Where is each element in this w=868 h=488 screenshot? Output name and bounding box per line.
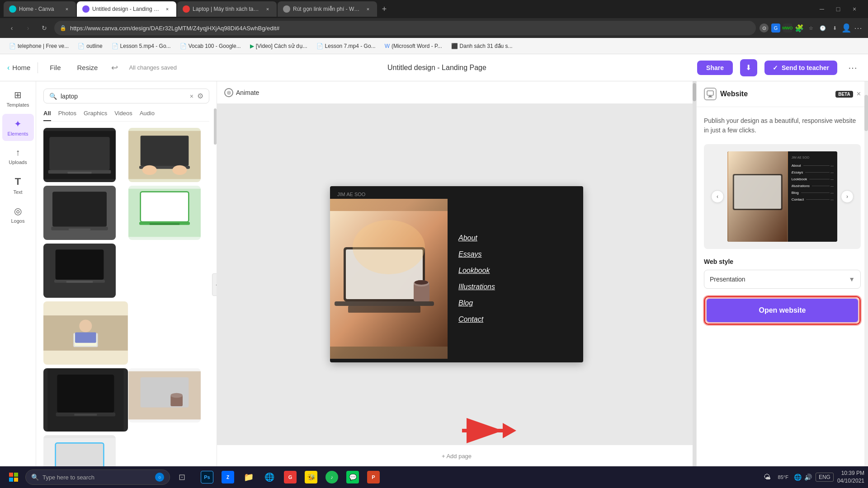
filter-tab-all[interactable]: All bbox=[43, 110, 51, 121]
profile-icon[interactable]: 👤 bbox=[842, 23, 851, 33]
bookmark-6[interactable]: 📄 Lesson 7.mp4 - Go... bbox=[313, 41, 379, 51]
volume-icon[interactable]: 🔊 bbox=[804, 474, 812, 481]
maximize-button[interactable]: □ bbox=[832, 3, 844, 15]
filter-tab-audio[interactable]: Audio bbox=[140, 110, 155, 121]
sidebar-item-elements[interactable]: ✦ Elements bbox=[2, 114, 34, 141]
open-website-button[interactable]: Open website bbox=[707, 299, 858, 322]
carousel-next-button[interactable]: › bbox=[841, 190, 854, 203]
search-result-7[interactable] bbox=[43, 368, 128, 432]
right-panel-scrollbar[interactable] bbox=[864, 81, 868, 488]
search-result-1[interactable] bbox=[43, 128, 116, 182]
resize-button[interactable]: Resize bbox=[73, 61, 103, 74]
bookmark-8[interactable]: ⬛ Danh sách 31 đầu s... bbox=[448, 41, 516, 51]
taskbar-search[interactable]: 🔍 Type here to search ○ bbox=[25, 469, 170, 485]
canvas-nav-illustrations[interactable]: Illustrations bbox=[458, 283, 572, 291]
canvas-nav-essays[interactable]: Essays bbox=[458, 250, 572, 258]
search-result-3[interactable] bbox=[43, 186, 116, 240]
clear-search-button[interactable]: × bbox=[190, 93, 193, 100]
system-time[interactable]: 10:39 PM 04/10/2021 bbox=[837, 469, 864, 485]
sidebar-item-text[interactable]: T Text bbox=[2, 171, 34, 199]
style-dropdown[interactable]: Presentation ▼ bbox=[704, 270, 861, 289]
animate-button[interactable]: ◎ Animate bbox=[224, 88, 259, 97]
canvas-nav-contact[interactable]: Contact bbox=[458, 315, 572, 324]
filter-tab-videos[interactable]: Videos bbox=[114, 110, 132, 121]
tab-3[interactable]: Laptop | Máy tính xách tay mùa... × bbox=[177, 1, 277, 17]
minimize-button[interactable]: ─ bbox=[816, 3, 828, 15]
bookmark-3[interactable]: 📄 Lesson 5.mp4 - Go... bbox=[108, 41, 175, 51]
taskbar-app-line[interactable]: 💬 bbox=[343, 467, 363, 487]
send-to-teacher-button[interactable]: ✓ Send to teacher bbox=[764, 61, 837, 75]
tab-4[interactable]: Rút gọn link miễn phí - Web rút... × bbox=[278, 1, 377, 17]
header-more-button[interactable]: ⋯ bbox=[844, 61, 861, 75]
filter-tab-photos[interactable]: Photos bbox=[58, 110, 76, 121]
file-button[interactable]: File bbox=[45, 61, 65, 74]
taskbar-app-zalo[interactable]: Z bbox=[218, 467, 238, 487]
taskbar-app-ps[interactable]: Ps bbox=[197, 467, 217, 487]
reload-button[interactable]: ↻ bbox=[38, 22, 51, 34]
website-panel-icon bbox=[704, 88, 717, 100]
tab-2-close[interactable]: × bbox=[164, 5, 171, 13]
undo-button[interactable]: ↩ bbox=[109, 61, 120, 75]
tab-1[interactable]: Home - Canva × bbox=[4, 1, 76, 17]
bookmark-4[interactable]: 📄 Vocab 100 - Google... bbox=[176, 41, 245, 51]
add-page-button[interactable]: + Add page bbox=[442, 453, 472, 460]
ext-6[interactable]: 🕐 bbox=[818, 23, 827, 33]
taskbar-app-powerpoint[interactable]: P bbox=[363, 467, 383, 487]
search-result-5[interactable] bbox=[43, 244, 116, 298]
tab-1-close[interactable]: × bbox=[63, 5, 71, 13]
taskbar-app-spotify[interactable]: ♪ bbox=[322, 467, 342, 487]
share-button[interactable]: Share bbox=[697, 61, 733, 75]
search-input[interactable] bbox=[61, 93, 186, 100]
taskbar-app-edge[interactable]: 🌐 bbox=[259, 467, 279, 487]
taskview-button[interactable]: ⊡ bbox=[172, 467, 192, 487]
panel-close-button[interactable]: × bbox=[857, 90, 861, 98]
search-result-6[interactable] bbox=[43, 301, 128, 365]
canvas-scrollbar[interactable] bbox=[693, 81, 696, 488]
url-bar[interactable]: 🔒 https://www.canva.com/design/DAEr32LgM… bbox=[54, 21, 756, 35]
language-button[interactable]: ENG bbox=[816, 473, 834, 482]
sidebar-item-uploads[interactable]: ↑ Uploads bbox=[2, 143, 34, 169]
tab-4-close[interactable]: × bbox=[364, 5, 372, 13]
bookmark-7[interactable]: W (Microsoft Word - P... bbox=[381, 41, 446, 51]
new-tab-button[interactable]: + bbox=[378, 3, 391, 15]
tab-2[interactable]: Untitled design - Landing Page × bbox=[77, 1, 176, 17]
home-button[interactable]: ‹ Home bbox=[7, 64, 30, 72]
taskbar-app-explorer[interactable]: 📁 bbox=[239, 467, 259, 487]
taskbar-app-yellow[interactable]: 🐝 bbox=[301, 467, 321, 487]
start-button[interactable] bbox=[4, 467, 24, 487]
close-window-button[interactable]: × bbox=[848, 3, 861, 15]
ext-2[interactable]: G bbox=[771, 23, 780, 33]
search-result-8[interactable] bbox=[128, 368, 201, 422]
design-canvas[interactable]: JIM AE SOO bbox=[330, 186, 583, 362]
filter-button[interactable]: ⚙ bbox=[197, 92, 203, 100]
canvas-nav-lookbook[interactable]: Lookbook bbox=[458, 267, 572, 275]
sidebar-item-templates[interactable]: ⊞ Templates bbox=[2, 85, 34, 112]
search-result-4[interactable] bbox=[128, 186, 201, 240]
forward-button[interactable]: › bbox=[22, 22, 34, 34]
bookmark-1[interactable]: 📄 telephone | Free ve... bbox=[5, 41, 72, 51]
canvas-nav-about[interactable]: About bbox=[458, 234, 572, 242]
bookmark-2[interactable]: 📄 outline bbox=[74, 41, 106, 51]
svg-point-33 bbox=[170, 393, 183, 398]
weather-icon[interactable]: 🌤 bbox=[762, 472, 773, 482]
more-options-icon[interactable]: ⋯ bbox=[854, 23, 863, 33]
ext-3[interactable]: MWO bbox=[783, 23, 792, 33]
ext-5[interactable]: ☆ bbox=[807, 23, 816, 33]
ext-7[interactable]: ⬇ bbox=[830, 23, 839, 33]
bookmark-5[interactable]: ▶ [Video] Cách sử dụ... bbox=[246, 41, 311, 51]
filter-tab-graphics[interactable]: Graphics bbox=[84, 110, 107, 121]
download-button[interactable]: ⬇ bbox=[740, 59, 757, 76]
collapse-panel-button[interactable]: ‹ bbox=[212, 273, 217, 296]
tab-3-close[interactable]: × bbox=[264, 5, 271, 13]
right-panel-scroll-thumb[interactable] bbox=[864, 95, 868, 131]
canvas-scroll-thumb[interactable] bbox=[693, 83, 696, 101]
ext-4[interactable]: 🧩 bbox=[795, 23, 804, 33]
canvas-nav-blog[interactable]: Blog bbox=[458, 299, 572, 307]
network-icon[interactable]: 🌐 bbox=[794, 474, 802, 481]
ext-1[interactable]: ⊙ bbox=[760, 23, 769, 33]
carousel-prev-button[interactable]: ‹ bbox=[711, 190, 724, 203]
back-button[interactable]: ‹ bbox=[5, 22, 18, 34]
taskbar-app-gwallet[interactable]: G bbox=[280, 467, 300, 487]
sidebar-item-logos[interactable]: ◎ Logos bbox=[2, 201, 34, 228]
search-result-2[interactable] bbox=[128, 128, 201, 182]
